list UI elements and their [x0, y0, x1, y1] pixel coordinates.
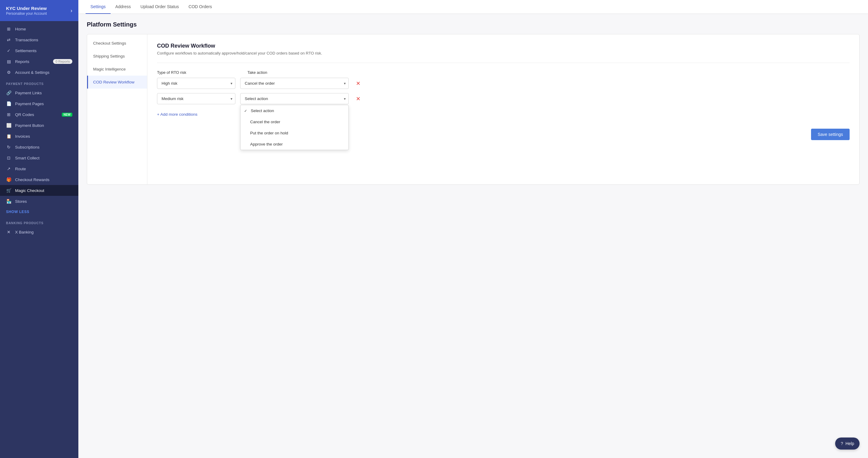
sidebar-item-payment-pages[interactable]: 📄 Payment Pages	[0, 98, 79, 109]
checkmark-icon: ✓	[244, 109, 247, 113]
sidebar-item-checkout-rewards[interactable]: 🎁 Checkout Rewards	[0, 174, 79, 185]
add-conditions-button[interactable]: + Add more conditions	[157, 111, 197, 118]
smart-collect-icon: ⊡	[6, 156, 11, 160]
sidebar-item-settlements-label: Settlements	[15, 48, 36, 53]
dropdown-option-approve-order[interactable]: Approve the order	[241, 139, 348, 150]
settings-layout: Checkout Settings Shipping Settings Magi…	[87, 34, 860, 185]
sidebar-item-checkout-rewards-label: Checkout Rewards	[15, 177, 50, 182]
sidebar-item-subscriptions-label: Subscriptions	[15, 145, 39, 150]
home-icon: ⊞	[6, 27, 11, 31]
dropdown-option-select-action[interactable]: ✓ Select action	[241, 105, 348, 116]
stores-icon: 🏪	[6, 199, 11, 204]
risk-select-1[interactable]: High risk Medium risk Low risk ▾	[157, 78, 236, 89]
sidebar-item-stores[interactable]: 🏪 Stores	[0, 196, 79, 207]
condition-row-2: Medium risk High risk Low risk ▾ Select …	[157, 93, 849, 104]
dropdown-option-select-action-label: Select action	[251, 108, 274, 113]
action-dropdown-2[interactable]: Select action Cancel the order Put the o…	[240, 93, 349, 104]
tab-address[interactable]: Address	[111, 0, 135, 14]
action-dropdown-1[interactable]: Cancel the order Select action Put the o…	[240, 78, 349, 89]
reports-badge: 0 Reports	[53, 59, 72, 64]
sidebar-item-account-settings[interactable]: ⚙ Account & Settings	[0, 67, 79, 78]
magic-checkout-icon: 🛒	[6, 188, 11, 193]
sidebar-main-nav: ⊞ Home ⇄ Transactions ✓ Settlements ▤ Re…	[0, 21, 79, 240]
qr-codes-icon: ⊞	[6, 112, 11, 117]
payment-pages-icon: 📄	[6, 101, 11, 106]
action-select-1[interactable]: Cancel the order Select action Put the o…	[240, 78, 349, 89]
payment-products-section-label: PAYMENT PRODUCTS	[0, 78, 79, 87]
sidebar-item-home[interactable]: ⊞ Home	[0, 24, 79, 34]
dropdown-option-hold-order[interactable]: Put the order on hold	[241, 127, 348, 139]
page-body: Platform Settings Checkout Settings Ship…	[79, 14, 868, 458]
delete-row-2-button[interactable]: ✕	[353, 95, 363, 103]
qr-codes-badge: NEW	[62, 113, 72, 117]
sidebar: KYC Under Review Personalise your Accoun…	[0, 0, 79, 458]
workflow-description: Configure workflows to automatically app…	[157, 51, 849, 56]
dropdown-option-approve-order-label: Approve the order	[250, 142, 283, 146]
sidebar-item-payment-button[interactable]: ⬜ Payment Button	[0, 120, 79, 131]
divider	[157, 63, 849, 63]
sidebar-item-x-banking[interactable]: ✕ X Banking	[0, 227, 79, 237]
condition-headers: Type of RTO risk Take action	[157, 70, 849, 75]
x-banking-icon: ✕	[6, 230, 11, 234]
settings-menu-checkout[interactable]: Checkout Settings	[87, 37, 147, 50]
action-dropdown-menu: ✓ Select action Cancel the order Put the…	[240, 105, 349, 150]
subscriptions-icon: ↻	[6, 144, 11, 150]
sidebar-header-subtitle: Personalise your Account	[6, 11, 47, 16]
sidebar-item-payment-pages-label: Payment Pages	[15, 102, 44, 106]
settings-icon: ⚙	[6, 70, 11, 75]
settings-menu-cod-review[interactable]: COD Review Workflow	[87, 76, 147, 89]
tab-cod-orders[interactable]: COD Orders	[184, 0, 217, 14]
sidebar-item-qr-codes-label: QR Codes	[15, 112, 34, 117]
help-circle-icon: ?	[841, 441, 843, 446]
sidebar-item-magic-checkout[interactable]: 🛒 Magic Checkout	[0, 185, 79, 196]
dropdown-option-hold-order-label: Put the order on hold	[250, 131, 288, 135]
action-dropdown-container-1: Cancel the order Select action Put the o…	[240, 78, 349, 89]
sidebar-item-reports[interactable]: ▤ Reports 0 Reports	[0, 56, 79, 67]
dropdown-option-cancel-order[interactable]: Cancel the order	[241, 116, 348, 127]
sidebar-header[interactable]: KYC Under Review Personalise your Accoun…	[0, 0, 79, 21]
sidebar-item-settlements[interactable]: ✓ Settlements	[0, 45, 79, 56]
settings-menu-magic-intelligence[interactable]: Magic Intelligence	[87, 63, 147, 76]
settings-menu: Checkout Settings Shipping Settings Magi…	[87, 34, 147, 185]
sidebar-item-stores-label: Stores	[15, 199, 27, 204]
settings-menu-shipping[interactable]: Shipping Settings	[87, 50, 147, 63]
risk-dropdown-2[interactable]: Medium risk High risk Low risk	[157, 93, 236, 104]
main-content: Settings Address Upload Order Status COD…	[79, 0, 868, 458]
sidebar-item-invoices-label: Invoices	[15, 134, 30, 139]
sidebar-item-account-label: Account & Settings	[15, 70, 50, 75]
risk-dropdown-1[interactable]: High risk Medium risk Low risk	[157, 78, 236, 89]
save-settings-button[interactable]: Save settings	[811, 129, 849, 140]
delete-row-1-button[interactable]: ✕	[353, 79, 363, 87]
action-select-2[interactable]: Select action Cancel the order Put the o…	[240, 93, 349, 104]
sidebar-item-invoices[interactable]: 📋 Invoices	[0, 131, 79, 142]
reports-icon: ▤	[6, 59, 11, 64]
sidebar-expand-icon[interactable]: ›	[70, 7, 72, 14]
sidebar-item-payment-links[interactable]: 🔗 Payment Links	[0, 87, 79, 98]
sidebar-item-smart-collect-label: Smart Collect	[15, 156, 39, 160]
sidebar-header-title: KYC Under Review	[6, 6, 47, 11]
payment-links-icon: 🔗	[6, 90, 11, 95]
help-button-label: Help	[845, 441, 854, 446]
tab-bar: Settings Address Upload Order Status COD…	[79, 0, 868, 14]
workflow-title: COD Review Workflow	[157, 43, 849, 49]
payment-button-icon: ⬜	[6, 123, 11, 128]
tab-upload-order-status[interactable]: Upload Order Status	[135, 0, 184, 14]
show-less-button[interactable]: SHOW LESS	[0, 207, 79, 217]
settlements-icon: ✓	[6, 48, 11, 53]
tab-settings[interactable]: Settings	[86, 0, 111, 14]
sidebar-item-magic-checkout-label: Magic Checkout	[15, 188, 44, 193]
sidebar-item-payment-links-label: Payment Links	[15, 91, 42, 95]
dropdown-option-cancel-order-label: Cancel the order	[250, 120, 280, 124]
sidebar-item-route-label: Route	[15, 167, 26, 171]
sidebar-item-transactions[interactable]: ⇄ Transactions	[0, 34, 79, 45]
invoices-icon: 📋	[6, 134, 11, 139]
sidebar-item-subscriptions[interactable]: ↻ Subscriptions	[0, 142, 79, 153]
help-button[interactable]: ? Help	[835, 437, 860, 450]
risk-select-2[interactable]: Medium risk High risk Low risk ▾	[157, 93, 236, 104]
sidebar-item-x-banking-label: X Banking	[15, 230, 34, 234]
sidebar-item-route[interactable]: ↗ Route	[0, 163, 79, 174]
sidebar-item-smart-collect[interactable]: ⊡ Smart Collect	[0, 153, 79, 163]
sidebar-item-qr-codes[interactable]: ⊞ QR Codes NEW	[0, 109, 79, 120]
checkout-rewards-icon: 🎁	[6, 177, 11, 182]
action-dropdown-container-2: Select action Cancel the order Put the o…	[240, 93, 349, 104]
